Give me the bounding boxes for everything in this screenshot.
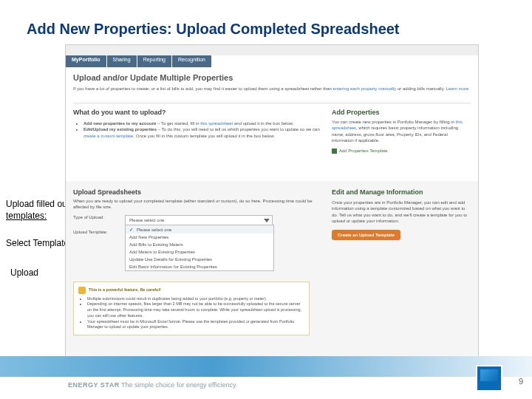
label-type-upload: Type of Upload: bbox=[73, 215, 125, 219]
tab-reporting[interactable]: Reporting bbox=[137, 55, 171, 67]
warning-box: This is a powerful feature. Be careful! … bbox=[73, 282, 310, 335]
section-heading: Upload Spreadsheets bbox=[73, 188, 324, 196]
warning-bullet: Your spreadsheet must be in Microsoft Ex… bbox=[87, 319, 304, 330]
dropdown-selected[interactable]: Please select one bbox=[126, 216, 272, 225]
text: and upload it in the box below. bbox=[233, 121, 293, 126]
link-create-custom-template[interactable]: create a custom template bbox=[83, 134, 133, 138]
section-what-upload: What do you want to upload? Add new prop… bbox=[73, 109, 321, 139]
text: – To do this, you will need to tell us w… bbox=[157, 127, 320, 132]
text: If you have a lot of properties to creat… bbox=[73, 86, 332, 91]
link-this-spreadsheet[interactable]: this spreadsheet bbox=[200, 121, 233, 126]
chevron-down-icon bbox=[264, 219, 270, 222]
sidebar-heading: Edit and Manage Information bbox=[332, 188, 469, 197]
section-body: When you are ready to upload your comple… bbox=[73, 198, 324, 211]
brand-tagline: The simple choice for energy efficiency. bbox=[120, 381, 238, 389]
bullet-add-new: Add new properties to my account – To ge… bbox=[83, 120, 321, 126]
bullet-edit-upload: Edit/Upload my existing properties – To … bbox=[83, 126, 321, 139]
text: . Once you fill in this custom template … bbox=[133, 134, 274, 138]
warning-bullet: Depending on internet speeds, files larg… bbox=[87, 301, 304, 318]
text: Please select one bbox=[129, 218, 164, 222]
link-add-properties-template[interactable]: Add Properties Template bbox=[332, 149, 388, 154]
tab-sharing[interactable]: Sharing bbox=[107, 55, 137, 67]
text: Add new properties to my account bbox=[83, 121, 156, 126]
brand-name: ENERGY STAR bbox=[68, 381, 120, 389]
section-upload-wrap: Upload Spreadsheets When you are ready t… bbox=[66, 181, 478, 363]
annotation-select-template: Select Template bbox=[6, 238, 69, 250]
text: – To get started, fill in bbox=[156, 121, 200, 126]
link-learn-more[interactable]: Learn more bbox=[446, 86, 469, 91]
warning-bullet: Multiple submissions could result in dup… bbox=[87, 296, 304, 302]
warning-icon bbox=[78, 287, 86, 294]
annot-text: Upload filled out bbox=[6, 199, 69, 209]
page-heading: Upload and/or Update Multiple Properties bbox=[73, 73, 233, 82]
slide-title: Add New Properties: Upload Completed Spr… bbox=[27, 21, 400, 38]
embedded-screenshot: MyPortfolio Sharing Reporting Recognitio… bbox=[65, 44, 479, 364]
dropdown-option[interactable]: Add Meters to Existing Properties bbox=[126, 248, 273, 256]
dropdown-option[interactable]: Edit Basic Information for Existing Prop… bbox=[126, 263, 273, 270]
sidebar-edit-manage: Edit and Manage Information Once your pr… bbox=[332, 188, 469, 240]
annot-text: templates: bbox=[6, 211, 47, 221]
link-enter-manually[interactable]: entering each property manually bbox=[333, 86, 397, 91]
text: You can create new properties in Portfol… bbox=[332, 120, 456, 124]
intro-text: If you have a lot of properties to creat… bbox=[73, 86, 471, 92]
text: Please select one bbox=[137, 228, 171, 232]
dropdown-type-upload[interactable]: Please select one ✓Please select one Add… bbox=[125, 215, 273, 225]
section-upload-spreadsheets: Upload Spreadsheets When you are ready t… bbox=[73, 188, 324, 335]
dropdown-option[interactable]: ✓Please select one bbox=[126, 225, 273, 233]
warning-title: This is a powerful feature. Be careful! bbox=[78, 287, 304, 294]
check-icon: ✓ bbox=[129, 227, 135, 232]
sidebar-body: Once your properties are in Portfolio Ma… bbox=[332, 200, 469, 225]
page-number: 9 bbox=[519, 377, 523, 386]
energy-star-logo-icon bbox=[476, 365, 502, 392]
footer-brand: ENERGY STAR The simple choice for energy… bbox=[68, 381, 237, 389]
sidebar-add-properties: Add Properties You can create new proper… bbox=[332, 109, 469, 154]
sidebar-body: You can create new properties in Portfol… bbox=[332, 119, 469, 144]
dropdown-option[interactable]: Add New Properties bbox=[126, 233, 273, 241]
divider bbox=[73, 103, 471, 103]
dropdown-list: ✓Please select one Add New Properties Ad… bbox=[125, 225, 274, 271]
footer-band bbox=[0, 356, 532, 377]
label-upload-template: Upload Template: bbox=[73, 230, 125, 234]
create-upload-template-button[interactable]: Create an Upload Template bbox=[332, 230, 400, 240]
tab-recognition[interactable]: Recognition bbox=[172, 55, 211, 67]
sidebar-heading: Add Properties bbox=[332, 109, 469, 116]
tab-myportfolio[interactable]: MyPortfolio bbox=[66, 55, 106, 67]
section-heading: What do you want to upload? bbox=[73, 109, 321, 116]
browser-chrome bbox=[66, 45, 478, 55]
text: or adding bills manually. bbox=[398, 86, 445, 91]
text: This is a powerful feature. Be careful! bbox=[89, 287, 161, 292]
annotation-upload: Upload bbox=[10, 267, 38, 279]
excel-icon bbox=[332, 149, 337, 154]
row-type-of-upload: Type of Upload: Please select one ✓Pleas… bbox=[73, 215, 324, 225]
nav-tabs: MyPortfolio Sharing Reporting Recognitio… bbox=[66, 55, 478, 67]
text: Edit/Upload my existing properties bbox=[83, 127, 157, 132]
dropdown-option[interactable]: Update Use Details for Existing Properti… bbox=[126, 256, 273, 263]
text: Add Properties Template bbox=[339, 149, 388, 153]
dropdown-option[interactable]: Add Bills to Existing Meters bbox=[126, 241, 273, 248]
